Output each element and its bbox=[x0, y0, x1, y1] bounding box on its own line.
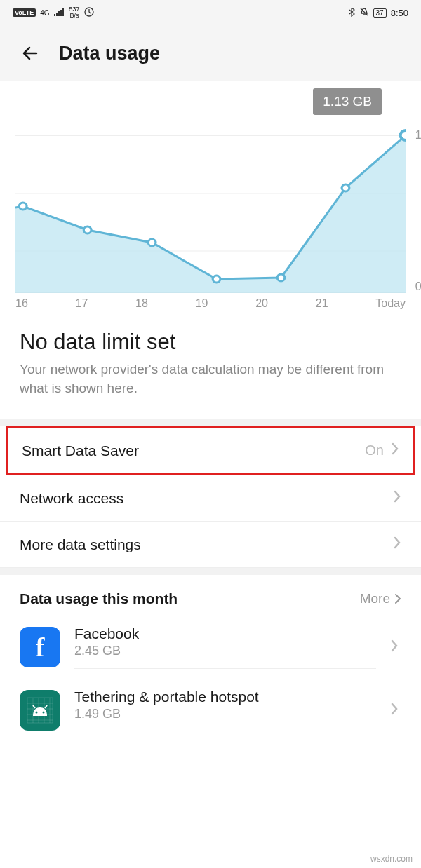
item-value: On bbox=[365, 442, 384, 459]
limit-title: No data limit set bbox=[20, 330, 401, 355]
x-tick: 20 bbox=[255, 297, 268, 310]
svg-rect-2 bbox=[58, 11, 60, 16]
network-access-item[interactable]: Network access bbox=[0, 475, 421, 522]
page-header: Data usage bbox=[0, 25, 421, 81]
x-tick: Today bbox=[375, 297, 406, 310]
x-tick: 19 bbox=[196, 297, 208, 310]
y-tick-max: 1.1 bbox=[415, 129, 421, 142]
svg-point-13 bbox=[213, 276, 220, 283]
battery-indicator: 37 bbox=[373, 8, 387, 18]
app-usage-facebook[interactable]: f Facebook 2.45 GB bbox=[0, 616, 421, 679]
status-time: 8:50 bbox=[391, 8, 408, 18]
svg-point-11 bbox=[83, 226, 91, 233]
item-label: Smart Data Saver bbox=[22, 442, 139, 459]
sync-icon bbox=[84, 7, 94, 19]
item-label: Network access bbox=[20, 490, 123, 507]
svg-point-26 bbox=[36, 711, 38, 713]
more-link[interactable]: More bbox=[360, 591, 401, 606]
network-type: 4G bbox=[40, 9, 49, 17]
svg-point-16 bbox=[401, 130, 406, 140]
svg-line-28 bbox=[33, 705, 35, 708]
more-data-settings-item[interactable]: More data settings bbox=[0, 522, 421, 568]
svg-rect-1 bbox=[56, 13, 58, 16]
signal-icon bbox=[54, 8, 65, 18]
chevron-right-icon bbox=[393, 489, 401, 507]
usage-chart: 1.13 GB 1.1 0.0 16 17 18 19 20 21 bbox=[0, 81, 421, 316]
svg-rect-4 bbox=[62, 8, 64, 16]
chevron-right-icon bbox=[391, 442, 399, 459]
status-bar: VoLTE 4G 537 B/s 37 8:50 bbox=[0, 0, 421, 25]
app-name: Facebook bbox=[74, 625, 376, 642]
data-speed: 537 B/s bbox=[69, 6, 80, 19]
page-title: Data usage bbox=[59, 43, 160, 65]
facebook-icon: f bbox=[20, 627, 60, 667]
x-tick: 17 bbox=[76, 297, 88, 310]
volte-indicator: VoLTE bbox=[13, 8, 36, 17]
app-usage-tethering[interactable]: Tethering & portable hotspot 1.49 GB bbox=[0, 679, 421, 741]
x-tick: 21 bbox=[316, 297, 328, 310]
section-title: Data usage this month bbox=[20, 590, 178, 607]
svg-point-14 bbox=[277, 274, 285, 281]
y-tick-min: 0.0 bbox=[415, 280, 421, 293]
item-label: More data settings bbox=[20, 536, 141, 553]
app-usage: 1.49 GB bbox=[74, 707, 376, 721]
chevron-right-icon bbox=[390, 639, 401, 656]
data-limit-section: No data limit set Your network provider'… bbox=[0, 316, 421, 419]
app-name: Tethering & portable hotspot bbox=[74, 689, 376, 705]
smart-data-saver-item[interactable]: Smart Data Saver On bbox=[6, 426, 415, 475]
month-usage-header: Data usage this month More bbox=[0, 575, 421, 616]
svg-rect-0 bbox=[54, 14, 55, 16]
chevron-right-icon bbox=[390, 702, 401, 719]
svg-line-29 bbox=[45, 705, 47, 708]
app-usage: 2.45 GB bbox=[74, 644, 376, 658]
x-tick: 16 bbox=[15, 297, 28, 310]
svg-point-10 bbox=[19, 203, 27, 210]
svg-point-12 bbox=[148, 239, 156, 246]
x-tick: 18 bbox=[135, 297, 148, 310]
bluetooth-icon bbox=[348, 7, 355, 19]
dnd-icon bbox=[359, 7, 369, 19]
android-icon bbox=[20, 690, 60, 731]
limit-subtitle: Your network provider's data calculation… bbox=[20, 360, 401, 398]
svg-rect-3 bbox=[60, 10, 62, 16]
total-usage-badge: 1.13 GB bbox=[313, 88, 382, 115]
back-button[interactable] bbox=[20, 42, 42, 65]
svg-point-27 bbox=[43, 711, 45, 713]
svg-point-15 bbox=[342, 184, 349, 191]
chevron-right-icon bbox=[393, 536, 401, 553]
